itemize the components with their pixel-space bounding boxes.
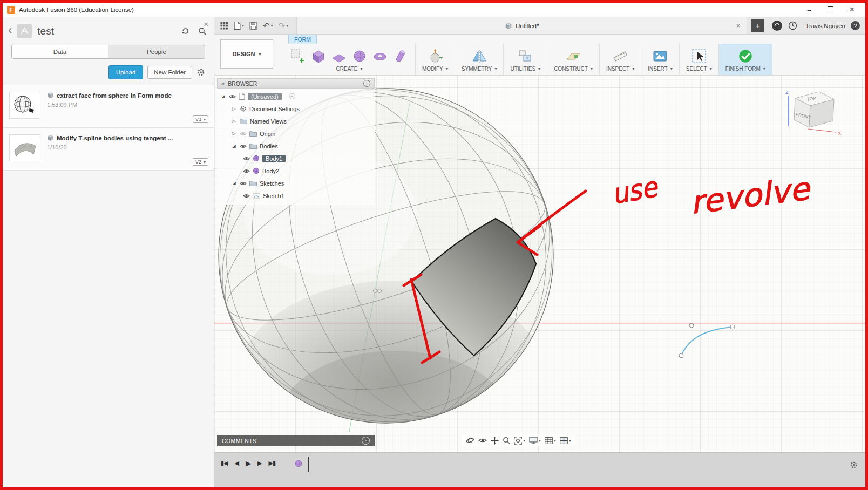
user-account-name[interactable]: Travis Nguyen [805, 23, 845, 29]
browser-node-body2[interactable]: Body2 [217, 165, 375, 177]
refresh-icon[interactable] [181, 27, 189, 35]
node-label[interactable]: Sketch1 [263, 193, 284, 199]
browser-node-document-settings[interactable]: ▷ Document Settings [217, 103, 375, 115]
visibility-eye-icon[interactable] [229, 94, 236, 99]
browser-collapse-icon[interactable]: – [363, 80, 370, 87]
document-close-icon[interactable]: × [736, 22, 741, 30]
pan-icon[interactable] [491, 437, 499, 445]
symmetry-menu[interactable]: SYMMETRY▾ [462, 66, 497, 73]
orbit-icon[interactable] [466, 436, 474, 445]
node-label[interactable]: Document Settings [249, 106, 300, 112]
expand-open-icon[interactable]: ◢ [231, 144, 237, 148]
save-icon[interactable] [247, 19, 260, 32]
browser-header[interactable]: « BROWSER – [217, 78, 375, 89]
undo-icon[interactable]: ↶▾ [260, 19, 276, 32]
visibility-eye-icon[interactable] [240, 131, 247, 137]
create-menu[interactable]: CREATE▾ [336, 66, 363, 73]
extension-manager-icon[interactable] [772, 21, 782, 31]
node-label[interactable]: Body2 [262, 168, 279, 174]
viewports-icon[interactable]: ▾ [560, 437, 571, 444]
version-badge[interactable]: V2▾ [193, 158, 208, 166]
timeline-step-forward-icon[interactable]: ▶ [257, 460, 261, 466]
new-document-tab-button[interactable]: + [751, 19, 764, 32]
timeline-position-marker[interactable] [308, 457, 309, 472]
timeline-play-icon[interactable]: ▶ [246, 460, 250, 467]
app-grid-icon[interactable] [218, 19, 231, 32]
settings-gear-icon[interactable] [196, 68, 205, 77]
utilities-icon[interactable] [517, 48, 533, 64]
list-item[interactable]: extract face from sphere in Form mode 1:… [3, 85, 214, 128]
timeline-step-back-icon[interactable]: ◀ [235, 460, 239, 466]
modify-menu[interactable]: MODIFY▾ [422, 66, 448, 73]
sketch-arc[interactable] [679, 323, 735, 358]
symmetry-icon[interactable] [471, 48, 487, 64]
select-menu[interactable]: SELECT▾ [686, 66, 712, 73]
job-status-clock-icon[interactable] [785, 19, 800, 32]
help-icon[interactable]: ? [851, 21, 860, 30]
tab-data[interactable]: Data [12, 45, 109, 58]
sketch-point[interactable] [689, 323, 694, 328]
new-folder-button[interactable]: New Folder [147, 66, 192, 79]
timeline-settings-gear-icon[interactable] [850, 460, 858, 469]
finish-form-menu[interactable]: FINISH FORM▾ [725, 66, 765, 73]
tab-people[interactable]: People [109, 45, 205, 58]
comments-bar[interactable]: COMMENTS › [217, 435, 375, 446]
browser-node-sketches[interactable]: ◢ Sketches [217, 177, 375, 189]
box-icon[interactable] [310, 48, 327, 64]
form-context-tab[interactable]: FORM [288, 35, 317, 44]
node-label[interactable]: Origin [260, 131, 275, 137]
timeline-go-to-start-icon[interactable]: ▮◀ [221, 460, 228, 466]
visibility-eye-icon[interactable] [240, 144, 247, 149]
construct-menu[interactable]: CONSTRUCT▾ [554, 66, 593, 73]
inspect-ruler-icon[interactable] [612, 48, 628, 64]
maximize-button-icon[interactable] [828, 6, 833, 13]
form-feature-icon[interactable] [294, 459, 303, 468]
zoom-icon[interactable] [503, 437, 510, 444]
visibility-eye-icon[interactable] [243, 193, 250, 199]
insert-image-icon[interactable] [652, 48, 668, 64]
expand-open-icon[interactable]: ◢ [220, 94, 226, 99]
upload-button[interactable]: Upload [109, 65, 143, 79]
root-node-label[interactable]: (Unsaved) [248, 93, 282, 100]
timeline-go-to-end-icon[interactable]: ▶▮ [268, 460, 275, 466]
grid-snap-icon[interactable]: ▾ [545, 437, 556, 444]
display-settings-icon[interactable]: ▾ [529, 437, 541, 444]
create-form-icon[interactable] [290, 48, 306, 64]
finish-form-check-icon[interactable] [737, 47, 754, 65]
visibility-eye-icon[interactable] [243, 168, 250, 174]
project-logo-icon[interactable] [17, 24, 32, 38]
file-menu-icon[interactable]: ▾ [231, 19, 247, 32]
expand-closed-icon[interactable]: ▷ [231, 119, 237, 124]
plane-icon[interactable] [331, 48, 347, 64]
version-badge[interactable]: V3▾ [193, 115, 208, 123]
utilities-menu[interactable]: UTILITIES▾ [510, 66, 540, 73]
inspect-menu[interactable]: INSPECT▾ [606, 66, 634, 73]
edit-form-icon[interactable] [427, 48, 443, 64]
torus-icon[interactable] [372, 48, 388, 64]
origin-point[interactable] [378, 289, 382, 293]
viewport-canvas[interactable]: Z X TOP FRONT use [214, 76, 865, 452]
activate-target-icon[interactable] [289, 93, 296, 100]
look-at-icon[interactable] [478, 437, 487, 444]
sketch-point[interactable] [679, 353, 683, 358]
origin-point[interactable] [374, 289, 377, 293]
fit-icon[interactable]: ▾ [514, 437, 525, 445]
browser-node-sketch1[interactable]: Sketch1 [217, 189, 375, 202]
browser-node-root[interactable]: ◢ (Unsaved) [217, 90, 375, 103]
node-label[interactable]: Named Views [250, 118, 287, 125]
view-cube[interactable]: Z X TOP FRONT [785, 90, 841, 136]
expand-closed-icon[interactable]: ▷ [231, 131, 237, 136]
data-panel-close-icon[interactable]: × [204, 19, 208, 29]
browser-node-bodies[interactable]: ◢ Bodies [217, 140, 375, 152]
minimize-button-icon[interactable]: – [807, 6, 811, 13]
select-cursor-icon[interactable] [691, 48, 707, 64]
comments-expand-icon[interactable]: › [362, 437, 370, 445]
node-label[interactable]: Bodies [260, 143, 278, 149]
visibility-eye-icon[interactable] [243, 156, 250, 161]
expand-open-icon[interactable]: ◢ [231, 181, 237, 186]
browser-node-body1[interactable]: Body1 [217, 152, 375, 165]
collapse-left-icon[interactable]: « [221, 80, 225, 87]
browser-node-origin[interactable]: ▷ Origin [217, 127, 375, 140]
back-arrow-icon[interactable]: ‹ [8, 24, 12, 36]
document-tab[interactable]: Untitled* × [296, 17, 747, 34]
